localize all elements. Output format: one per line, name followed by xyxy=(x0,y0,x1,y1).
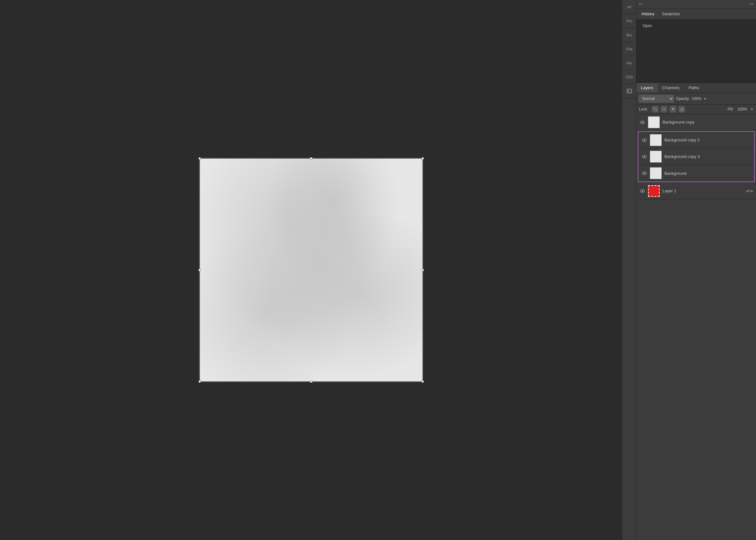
layer-eye-bg-copy-3[interactable] xyxy=(641,153,648,160)
layer-thumb-layer1 xyxy=(648,185,660,197)
fill-label: Fill: xyxy=(728,107,734,111)
svg-rect-5 xyxy=(655,109,657,111)
layer-item-bg-copy-3[interactable]: Background copy 3 xyxy=(638,148,754,165)
lock-fill-row: Lock: xyxy=(636,105,756,114)
collapse-left-btn[interactable]: <> xyxy=(639,3,643,6)
layer-name-bg-copy: Background copy xyxy=(662,120,753,124)
sidebar-item-image[interactable] xyxy=(622,84,636,98)
tab-history[interactable]: History xyxy=(638,9,658,19)
handle-tl[interactable] xyxy=(198,157,201,160)
tab-paths[interactable]: Paths xyxy=(684,83,703,93)
opacity-label: Opacity: xyxy=(676,96,690,101)
layer-group-selection: Background copy 2 xyxy=(638,131,755,182)
layer-thumb-bg-copy-3 xyxy=(650,151,662,163)
sidebar-item-bru[interactable]: Bru xyxy=(622,28,636,42)
sidebar-item-par[interactable]: Par xyxy=(622,56,636,70)
layer-item-layer1[interactable]: Layer 1 eff ▶ xyxy=(636,183,756,199)
layers-list: Background copy xyxy=(636,114,756,540)
lock-label: Lock: xyxy=(639,107,648,111)
svg-point-16 xyxy=(642,190,643,192)
handle-bm[interactable] xyxy=(310,380,312,383)
mini-sidebar: Inf Pro Bru Cha Par CSS xyxy=(622,0,636,540)
right-panel-container: Inf Pro Bru Cha Par CSS xyxy=(622,0,756,540)
svg-point-1 xyxy=(628,90,629,91)
handle-br[interactable] xyxy=(422,380,424,383)
svg-point-12 xyxy=(644,156,645,157)
lock-transparency-icon[interactable] xyxy=(652,106,658,112)
tab-swatches[interactable]: Swatches xyxy=(658,9,684,19)
history-swatches-tabs: History Swatches xyxy=(636,9,756,20)
layer-eye-layer1[interactable] xyxy=(639,188,646,195)
blend-mode-dropdown[interactable]: Normal Multiply Screen Overlay xyxy=(639,95,674,102)
svg-point-10 xyxy=(644,139,645,141)
layer-eye-background[interactable] xyxy=(641,170,648,177)
layer-name-bg-copy-2: Background copy 2 xyxy=(664,138,752,142)
sidebar-item-inf[interactable]: Inf xyxy=(622,0,636,14)
canvas-content-overlay xyxy=(200,159,423,381)
layer-expand-arrow[interactable]: ▶ xyxy=(751,189,753,193)
sidebar-item-css[interactable]: CSS xyxy=(622,70,636,84)
sidebar-item-cha[interactable]: Cha xyxy=(622,42,636,56)
opacity-dropdown-arrow[interactable]: ▼ xyxy=(703,97,707,101)
handle-tr[interactable] xyxy=(422,157,424,160)
svg-point-8 xyxy=(642,121,643,123)
svg-rect-2 xyxy=(654,108,655,109)
layers-panel-tabs: Layers Channels Paths xyxy=(636,83,756,93)
collapse-right-btn[interactable]: >< xyxy=(750,3,753,6)
canvas-container xyxy=(200,159,423,381)
layer-eye-bg-copy-2[interactable] xyxy=(641,137,648,144)
layer-name-background: Background xyxy=(664,171,752,176)
handle-tm[interactable] xyxy=(310,157,312,160)
sidebar-item-pro[interactable]: Pro xyxy=(622,14,636,28)
layer-eye-bg-copy[interactable] xyxy=(639,119,646,126)
handle-mr[interactable] xyxy=(422,269,424,271)
layer-item-background[interactable]: Background xyxy=(638,165,754,182)
history-content: Open xyxy=(636,20,756,82)
opacity-value: 100% xyxy=(692,96,702,101)
svg-rect-4 xyxy=(654,109,655,111)
panel-top-header: <> >< xyxy=(636,0,756,9)
canvas-image[interactable] xyxy=(200,159,423,381)
layer-item-bg-copy-2[interactable]: Background copy 2 xyxy=(638,132,754,148)
layer-thumb-bg-copy xyxy=(648,116,660,128)
layer-effects-badge: eff xyxy=(746,189,750,193)
lock-position-icon[interactable] xyxy=(670,106,676,112)
history-swatches-panel: <> >< History Swatches Open xyxy=(636,0,756,83)
lock-all-icon[interactable] xyxy=(679,106,685,112)
layer-name-bg-copy-3: Background copy 3 xyxy=(664,154,752,159)
fill-value: 100% xyxy=(737,107,747,111)
blend-opacity-row: Normal Multiply Screen Overlay Opacity: … xyxy=(636,93,756,105)
layers-panel: Layers Channels Paths Normal Multiply Sc… xyxy=(636,83,756,540)
history-item-open[interactable]: Open xyxy=(640,22,752,29)
layer-thumb-bg-copy-2 xyxy=(650,134,662,146)
handle-ml[interactable] xyxy=(198,269,201,271)
handle-bl[interactable] xyxy=(198,380,201,383)
fill-dropdown-arrow[interactable]: ▼ xyxy=(750,108,753,111)
canvas-area xyxy=(0,0,622,540)
layer-name-layer1: Layer 1 xyxy=(662,189,746,193)
svg-rect-6 xyxy=(681,109,683,111)
image-icon xyxy=(626,88,632,94)
tab-layers[interactable]: Layers xyxy=(636,83,658,93)
tab-channels[interactable]: Channels xyxy=(658,83,684,93)
svg-point-14 xyxy=(644,173,645,174)
svg-rect-3 xyxy=(655,108,657,109)
layer-item-bg-copy[interactable]: Background copy xyxy=(636,114,756,131)
layer-thumb-background xyxy=(650,167,662,179)
lock-image-icon[interactable] xyxy=(661,106,667,112)
panels-area: <> >< History Swatches Open Layers Chann… xyxy=(636,0,756,540)
